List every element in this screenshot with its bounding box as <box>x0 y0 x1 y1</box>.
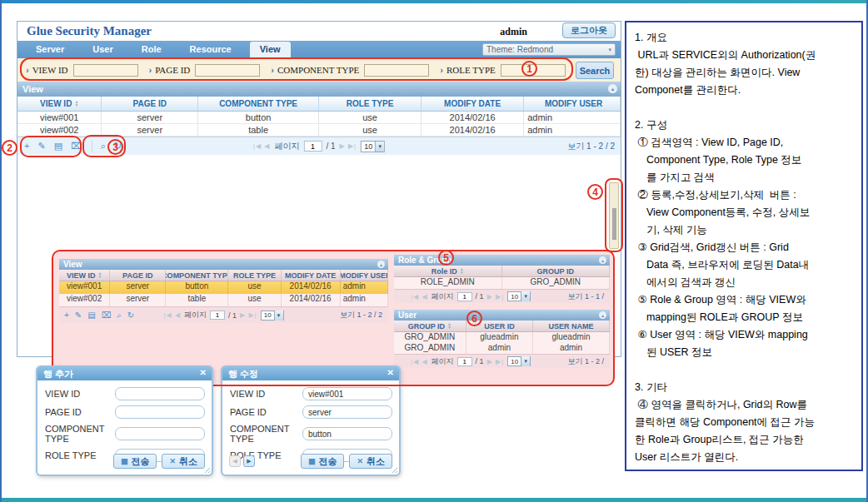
col-header-role-type[interactable]: ROLE TYPE <box>228 270 281 281</box>
pager-next-last-icon[interactable]: ▶ ▶| <box>340 142 357 150</box>
prev-record-icon[interactable]: ◀ <box>229 455 241 467</box>
pager-page-of: / 1 <box>228 311 237 320</box>
submit-button[interactable]: ▦전송 <box>301 454 345 469</box>
role-group-grid-footer: |◀ ◀ 페이지 / 1 ▶ ▶| 10▼ 보기 1 - 1 / <box>394 289 610 303</box>
col-header-user-name[interactable]: USER NAME <box>533 321 610 331</box>
table-row[interactable]: GRO_ADMIN admin admin <box>394 343 610 354</box>
search-input-component-type[interactable] <box>364 64 429 77</box>
component-type-field[interactable] <box>115 427 205 440</box>
edit-row-icon[interactable]: ✎ <box>37 142 45 151</box>
nav-tab-resource[interactable]: Resource <box>180 41 242 58</box>
table-row-selected[interactable]: view#001 server button use 2014/02/16 ad… <box>59 281 388 294</box>
search-input-page-id[interactable] <box>195 64 260 77</box>
collapse-icon[interactable]: ▴ <box>599 256 606 264</box>
search-button[interactable]: Search <box>576 62 614 79</box>
pager-first-prev-icon[interactable]: |◀ ◀ <box>163 311 181 319</box>
table-row[interactable]: GRO_ADMIN glueadmin glueadmin <box>394 332 610 343</box>
sort-icon: ▲▼ <box>97 272 102 278</box>
theme-dropdown[interactable]: Theme: Redmond ▾ <box>482 43 616 56</box>
page-size-dropdown[interactable]: 10▼ <box>261 311 284 321</box>
page-id-field[interactable] <box>302 405 392 419</box>
nav-tab-view[interactable]: View <box>250 42 291 58</box>
search-input-role-type[interactable] <box>501 64 566 77</box>
pager-page-input[interactable] <box>457 357 472 366</box>
bullet-arrow-icon: › <box>149 65 152 75</box>
col-header-group-id[interactable]: GROUP ID▲▼ <box>394 321 466 331</box>
col-header-component-type[interactable]: COMPONENT TYPE <box>198 97 319 111</box>
view-detail-icon[interactable]: ▤ <box>87 311 95 320</box>
col-header-modify-date[interactable]: MODIFY DATE <box>422 97 524 111</box>
cancel-button[interactable]: ✕취소 <box>349 454 392 469</box>
col-header-component-type[interactable]: COMPONENT TYPE <box>166 270 228 281</box>
dialog-title-bar[interactable]: 행 수정 ✕ <box>222 367 399 380</box>
nav-tab-user[interactable]: User <box>82 41 122 58</box>
cancel-x-icon: ✕ <box>357 457 363 465</box>
pager-page-input[interactable] <box>457 292 472 301</box>
nav-tab-server[interactable]: Server <box>26 41 74 58</box>
main-nav: Server User Role Resource View Theme: Re… <box>17 41 621 58</box>
doc-text-line: ③ Grid검색, Grid갱신 버튼 : Grid <box>635 239 856 256</box>
add-row-icon[interactable]: + <box>64 311 69 320</box>
col-header-view-id[interactable]: VIEW ID▲▼ <box>17 97 102 111</box>
page-size-dropdown[interactable]: 10▼ <box>507 356 531 366</box>
collapse-icon[interactable]: ▴ <box>599 311 606 319</box>
record-range-label: 보기 1 - 2 / 2 <box>567 141 615 152</box>
cell-component-type: button <box>198 112 319 123</box>
component-type-field[interactable] <box>302 427 392 440</box>
next-record-icon[interactable]: ▶ <box>243 455 255 467</box>
logout-button[interactable]: 로그아웃 <box>562 22 616 38</box>
pager-page-input[interactable] <box>303 141 322 152</box>
col-header-view-id[interactable]: VIEW ID▲▼ <box>59 270 110 281</box>
pager-next-last-icon[interactable]: ▶ ▶| <box>487 358 505 365</box>
view-detail-icon[interactable]: ▤ <box>54 142 62 151</box>
pager-next-last-icon[interactable]: ▶ ▶| <box>240 311 257 319</box>
pager-first-prev-icon[interactable]: |◀ ◀ <box>253 142 271 150</box>
col-header-user-id[interactable]: USER ID <box>466 321 533 331</box>
grid-search-icon[interactable]: ⌕ <box>117 311 122 320</box>
col-header-modify-date[interactable]: MODIFY DATE <box>282 270 341 281</box>
search-input-view-id[interactable] <box>73 64 138 77</box>
add-row-icon[interactable]: + <box>24 142 29 151</box>
close-icon[interactable]: ✕ <box>200 368 207 377</box>
edit-row-icon[interactable]: ✎ <box>75 311 82 320</box>
page-size-dropdown[interactable]: 10▼ <box>361 141 385 152</box>
col-header-page-id[interactable]: PAGE ID <box>110 270 166 281</box>
pager-first-prev-icon[interactable]: |◀ ◀ <box>411 358 428 365</box>
col-header-modify-user[interactable]: MODIFY USER <box>524 97 621 111</box>
table-row[interactable]: view#001 server button use 2014/02/16 ad… <box>17 112 621 124</box>
view-id-field[interactable] <box>302 387 392 400</box>
delete-row-icon[interactable]: ⌧ <box>102 311 112 320</box>
table-row[interactable]: view#002 server table use 2014/02/16 adm… <box>17 124 621 137</box>
doc-text-line: ④ 영역을 클릭하거나, Grid의 Row를 <box>635 396 856 414</box>
table-row[interactable]: ROLE_ADMIN GRO_ADMIN <box>394 277 610 289</box>
doc-text-line: 된 USER 정보 <box>635 344 856 361</box>
col-header-modify-user[interactable]: MODIFY USER <box>341 270 388 281</box>
collapse-icon[interactable]: ▴ <box>377 261 385 268</box>
cell-group-id: GRO_ADMIN <box>394 343 466 354</box>
grid-refresh-icon[interactable]: ↻ <box>127 311 134 320</box>
col-header-group-id[interactable]: GROUP ID <box>502 266 611 276</box>
cancel-button[interactable]: ✕취소 <box>162 454 205 469</box>
delete-row-icon[interactable]: ⌧ <box>71 142 82 151</box>
table-row[interactable]: view#002 server table use 2014/02/16 adm… <box>59 294 388 306</box>
col-header-role-id[interactable]: Role ID▲▼ <box>394 266 502 276</box>
submit-button[interactable]: ▦전송 <box>113 454 157 469</box>
search-field-component-type: › COMPONENT TYPE <box>271 64 429 77</box>
collapse-icon[interactable]: ▴ <box>608 84 617 93</box>
close-icon[interactable]: ✕ <box>387 368 394 377</box>
grid-search-icon[interactable]: ⌕ <box>101 142 106 151</box>
pager-page-input[interactable] <box>210 311 225 320</box>
doc-text-line: 2. 구성 <box>635 117 856 134</box>
role-group-grid: Role & Group ▴ Role ID▲▼ GROUP ID ROLE_A… <box>394 255 610 303</box>
col-header-role-type[interactable]: ROLE TYPE <box>319 97 422 111</box>
dialog-title-bar[interactable]: 행 추가 ✕ <box>37 367 212 380</box>
col-header-page-id[interactable]: PAGE ID <box>102 97 198 111</box>
detail-panel-collapse-bar[interactable] <box>609 182 619 249</box>
grid-refresh-icon[interactable]: ↻ <box>114 142 122 151</box>
pager-next-last-icon[interactable]: ▶ ▶| <box>487 293 505 301</box>
page-id-field[interactable] <box>115 405 205 419</box>
pager-first-prev-icon[interactable]: |◀ ◀ <box>411 293 428 301</box>
nav-tab-role[interactable]: Role <box>132 41 172 58</box>
page-size-dropdown[interactable]: 10▼ <box>507 291 531 301</box>
view-id-field[interactable] <box>115 387 205 400</box>
